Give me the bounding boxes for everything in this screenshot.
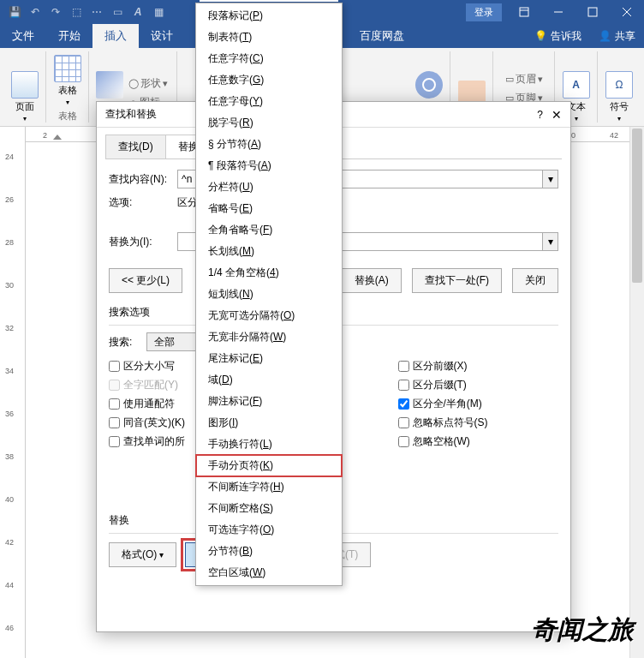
search-scope-label: 搜索: <box>109 335 146 350</box>
menu-item[interactable]: 不间断空格(S) <box>196 498 342 519</box>
chk-forms[interactable] <box>109 436 120 447</box>
chk-whole <box>109 380 120 391</box>
menu-item[interactable]: 1/4 全角空格(4) <box>196 262 342 284</box>
find-next-button[interactable]: 查找下一处(F) <box>412 268 502 293</box>
dialog-title: 查找和替换 <box>105 107 157 122</box>
table-button[interactable]: 表格▾ <box>54 55 81 106</box>
ribbon-group-symbols: Ω符号▾ <box>598 51 641 123</box>
less-button[interactable]: << 更少(L) <box>109 268 182 293</box>
replace-label: 替换为(I): <box>109 235 177 249</box>
tab-file[interactable]: 文件 <box>0 24 46 48</box>
header-button[interactable]: ▭ 页眉▾ <box>504 70 545 88</box>
pages-button[interactable]: 页面▾ <box>11 71 39 123</box>
chk-case[interactable] <box>109 361 120 372</box>
save-icon[interactable]: 💾 <box>5 3 24 21</box>
menu-item[interactable]: 空白区域(W) <box>196 562 342 583</box>
scroll-thumb[interactable] <box>632 129 642 283</box>
tab-design[interactable]: 设计 <box>139 24 185 48</box>
group-label: 表格 <box>58 110 77 123</box>
special-format-menu: 段落标记(P)制表符(T)任意字符(C)任意数字(G)任意字母(Y)脱字号(R)… <box>195 3 343 586</box>
chk-fullhalf[interactable] <box>398 398 409 410</box>
titlebar-right: 登录 <box>466 0 644 24</box>
qat-icon[interactable]: A <box>128 3 147 21</box>
menu-item[interactable]: 分栏符(U) <box>196 176 342 198</box>
menu-item[interactable]: 全角省略号(F) <box>196 219 342 241</box>
chk-wildcard[interactable] <box>109 398 120 410</box>
menu-item[interactable]: 图形(I) <box>196 412 342 434</box>
chk-punct[interactable] <box>398 417 409 428</box>
menu-item[interactable]: 任意字母(Y) <box>196 91 342 112</box>
menu-item[interactable]: 短划线(N) <box>196 284 342 305</box>
redo-icon[interactable]: ↷ <box>46 3 65 21</box>
help-icon[interactable]: ? <box>537 109 543 121</box>
svg-rect-3 <box>588 8 597 16</box>
quick-access-toolbar: 💾 ↶ ↷ ⬚ ⋯ ▭ A ▦ <box>0 0 173 24</box>
chevron-down-icon[interactable]: ▾ <box>543 170 558 188</box>
menu-item[interactable]: 任意字符(C) <box>196 48 342 69</box>
undo-icon[interactable]: ↶ <box>26 3 45 21</box>
menu-item[interactable]: 长划线(M) <box>196 241 342 262</box>
qat-icon[interactable]: ⬚ <box>67 3 86 21</box>
menu-item[interactable]: 手动分页符(K) <box>196 455 342 476</box>
watermark: 奇闻之旅 <box>531 613 634 648</box>
indent-marker-icon[interactable] <box>53 130 62 139</box>
menu-item[interactable]: 尾注标记(E) <box>196 348 342 369</box>
chk-suffix[interactable] <box>398 380 409 391</box>
share-button[interactable]: 👤共享 <box>590 29 644 44</box>
menu-item[interactable]: 域(D) <box>196 369 342 391</box>
close-button[interactable]: 关闭 <box>512 268 558 293</box>
menu-item[interactable]: 段落标记(P) <box>196 5 342 27</box>
close-icon[interactable]: ✕ <box>552 108 562 122</box>
menu-item[interactable]: 手动换行符(L) <box>196 434 342 455</box>
ribbon-options-icon[interactable] <box>507 0 541 24</box>
tab-home[interactable]: 开始 <box>46 24 92 48</box>
ruler-vertical[interactable]: 24 26 28 30 32 34 36 38 40 42 44 46 <box>0 127 26 658</box>
menu-item[interactable]: 可选连字符(O) <box>196 519 342 541</box>
menu-item[interactable]: 脱字号(R) <box>196 112 342 134</box>
menu-item[interactable]: 制表符(T) <box>196 27 342 48</box>
chk-space[interactable] <box>398 436 409 447</box>
menu-item[interactable]: 不间断连字符(H) <box>196 476 342 498</box>
qat-icon[interactable]: ⋯ <box>87 3 106 21</box>
format-button[interactable]: 格式(O) <box>109 542 176 567</box>
svg-rect-0 <box>520 8 528 16</box>
qat-icon[interactable]: ▭ <box>108 3 127 21</box>
symbols-button[interactable]: Ω符号▾ <box>605 71 633 123</box>
close-icon[interactable] <box>610 0 644 24</box>
scrollbar-vertical[interactable] <box>629 127 644 658</box>
maximize-icon[interactable] <box>575 0 610 24</box>
replace-all-button[interactable]: 替换(A) <box>342 268 402 293</box>
menu-item[interactable]: § 分节符(A) <box>196 134 342 155</box>
menu-item[interactable]: 分节符(B) <box>196 541 342 562</box>
menu-item[interactable]: 脚注标记(F) <box>196 391 342 412</box>
options-label: 选项: <box>109 195 177 210</box>
tab-insert[interactable]: 插入 <box>92 24 139 48</box>
menu-item[interactable]: ¶ 段落符号(A) <box>196 155 342 176</box>
chevron-down-icon[interactable]: ▾ <box>543 232 558 251</box>
qat-icon[interactable]: ▦ <box>149 3 168 21</box>
menu-item[interactable]: 无宽非分隔符(W) <box>196 326 342 348</box>
chk-sounds[interactable] <box>109 417 120 428</box>
ribbon-group-pages: 页面▾ <box>3 51 46 123</box>
menu-item[interactable]: 无宽可选分隔符(O) <box>196 305 342 326</box>
ribbon-group-tables: 表格▾ 表格 <box>46 51 89 123</box>
tab-find[interactable]: 查找(D) <box>105 135 166 159</box>
menu-item[interactable]: 任意数字(G) <box>196 69 342 91</box>
tell-me[interactable]: 💡告诉我 <box>526 29 590 44</box>
find-label: 查找内容(N): <box>109 172 177 187</box>
minimize-icon[interactable] <box>541 0 575 24</box>
chk-prefix[interactable] <box>398 361 409 372</box>
menu-item[interactable]: 省略号(E) <box>196 198 342 219</box>
tab-baidu[interactable]: 百度网盘 <box>348 24 416 48</box>
svg-marker-6 <box>53 135 62 140</box>
login-button[interactable]: 登录 <box>466 3 502 21</box>
shapes-button[interactable]: ◯ 形状▾ <box>127 75 170 93</box>
